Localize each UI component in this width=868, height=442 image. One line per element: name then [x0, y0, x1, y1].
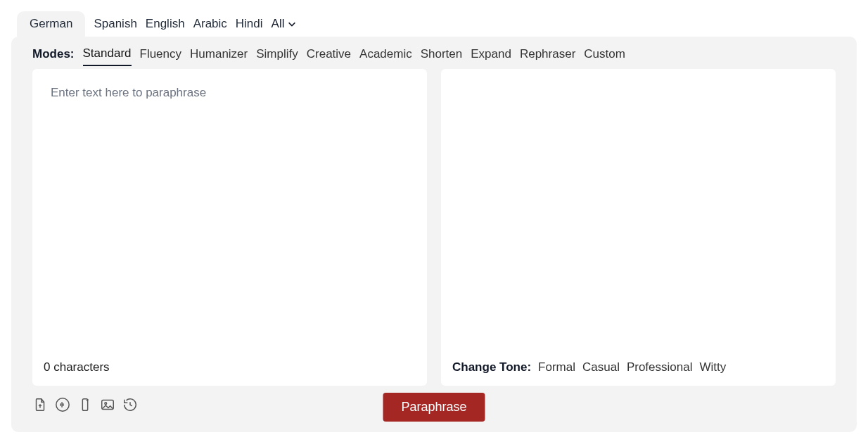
lang-all-label: All [272, 17, 285, 31]
tone-option-casual[interactable]: Casual [582, 360, 620, 374]
character-count: 0 characters [32, 351, 427, 386]
mode-tab-custom[interactable]: Custom [584, 47, 625, 65]
mode-tab-expand[interactable]: Expand [471, 47, 511, 65]
mode-tab-fluency[interactable]: Fluency [140, 47, 182, 65]
lang-tab-spanish[interactable]: Spanish [94, 11, 136, 37]
mode-tab-shorten[interactable]: Shorten [421, 47, 463, 65]
mode-tab-academic[interactable]: Academic [359, 47, 412, 65]
bottom-row: Paraphrase [32, 393, 836, 421]
svg-point-0 [56, 398, 69, 411]
tone-option-witty[interactable]: Witty [699, 360, 726, 374]
input-pane: Enter text here to paraphrase 0 characte… [32, 69, 427, 386]
mode-tab-standard[interactable]: Standard [83, 46, 132, 66]
upload-file-icon[interactable] [32, 397, 48, 412]
history-icon[interactable] [122, 397, 138, 412]
lang-tab-all[interactable]: All [272, 17, 298, 31]
tone-option-professional[interactable]: Professional [627, 360, 693, 374]
lang-tab-german[interactable]: German [17, 11, 85, 37]
lang-tab-arabic[interactable]: Arabic [193, 11, 227, 37]
mode-tab-creative[interactable]: Creative [307, 47, 351, 65]
main-panel: Modes: Standard Fluency Humanizer Simpli… [11, 37, 857, 432]
modes-row: Modes: Standard Fluency Humanizer Simpli… [32, 46, 836, 69]
device-icon[interactable] [77, 397, 93, 412]
app-root: German Spanish English Arabic Hindi All … [0, 0, 868, 441]
lang-tab-english[interactable]: English [146, 11, 185, 37]
tone-option-formal[interactable]: Formal [538, 360, 575, 374]
svg-point-3 [105, 403, 107, 405]
toolbar-icons [32, 397, 138, 412]
mode-tab-simplify[interactable]: Simplify [256, 47, 298, 65]
output-body [441, 69, 836, 351]
mode-tab-humanizer[interactable]: Humanizer [190, 47, 248, 65]
paraphrase-button[interactable]: Paraphrase [383, 393, 485, 422]
mode-tab-rephraser[interactable]: Rephraser [520, 47, 575, 65]
modes-label: Modes: [32, 47, 75, 61]
panes-container: Enter text here to paraphrase 0 characte… [32, 69, 836, 386]
chevron-down-icon [287, 19, 297, 29]
lang-tab-hindi[interactable]: Hindi [236, 11, 263, 37]
language-tabs: German Spanish English Arabic Hindi All [11, 11, 857, 37]
image-icon[interactable] [100, 397, 115, 412]
audio-icon[interactable] [55, 397, 70, 412]
output-pane: Change Tone: Formal Casual Professional … [441, 69, 836, 386]
tone-label: Change Tone: [452, 360, 531, 374]
output-footer: Change Tone: Formal Casual Professional … [441, 351, 836, 386]
paraphrase-input[interactable]: Enter text here to paraphrase [32, 69, 427, 351]
